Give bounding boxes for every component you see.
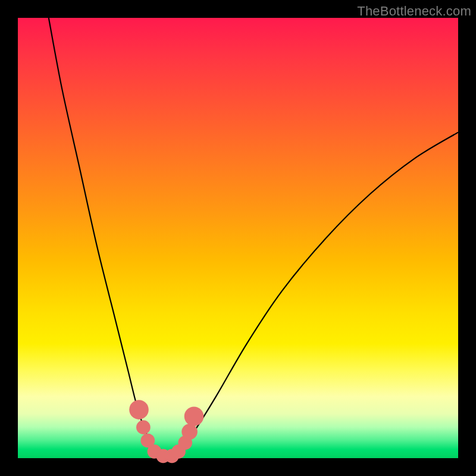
plot-area — [18, 18, 458, 458]
curve-svg — [18, 18, 458, 458]
marker-dot — [181, 424, 198, 440]
chart-frame: TheBottleneck.com — [0, 0, 476, 476]
marker-group — [129, 400, 203, 463]
bottleneck-curve — [49, 18, 458, 459]
marker-dot — [129, 400, 149, 419]
marker-dot — [136, 420, 151, 434]
marker-dot — [184, 406, 204, 426]
watermark-text: TheBottleneck.com — [357, 4, 471, 19]
